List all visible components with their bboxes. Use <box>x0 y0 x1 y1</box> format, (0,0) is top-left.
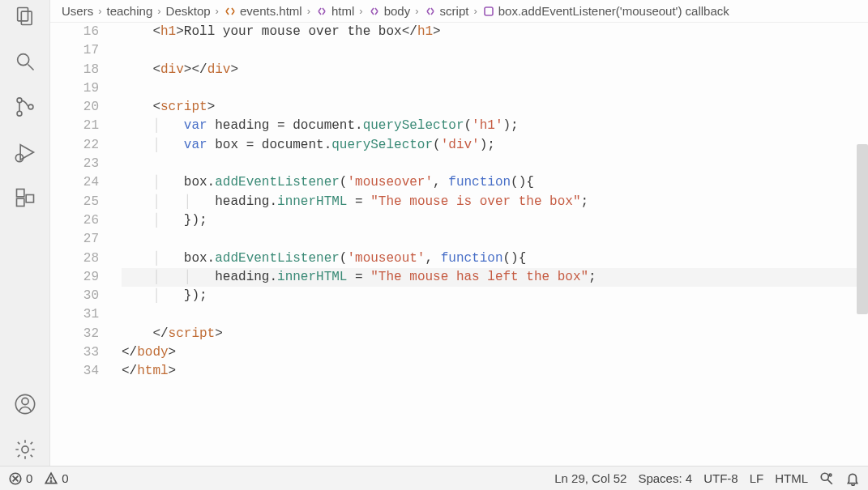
extensions-icon[interactable] <box>0 186 50 209</box>
crumb-body[interactable]: body <box>368 4 411 18</box>
crumb-label: box.addEventListener('mouseout') callbac… <box>498 4 729 18</box>
line-number: 19 <box>50 79 99 98</box>
crumb-label: Desktop <box>166 4 211 18</box>
scrollbar-thumb[interactable] <box>857 144 868 314</box>
line-number: 16 <box>50 23 99 41</box>
crumb-teaching[interactable]: teaching <box>107 4 153 18</box>
svg-rect-15 <box>485 7 493 15</box>
svg-rect-9 <box>16 190 24 197</box>
symbol-method-icon <box>482 5 495 18</box>
svg-point-2 <box>17 54 28 66</box>
svg-point-23 <box>829 474 832 476</box>
status-encoding[interactable]: UTF-8 <box>703 471 738 485</box>
line-number: 24 <box>50 173 99 192</box>
svg-rect-10 <box>16 198 24 206</box>
explorer-icon[interactable] <box>0 5 50 28</box>
run-debug-icon[interactable] <box>0 141 50 164</box>
crumb-users[interactable]: Users <box>62 4 93 18</box>
line-number: 23 <box>50 155 99 173</box>
line-number: 18 <box>50 61 99 79</box>
line-number: 34 <box>50 362 99 381</box>
html-file-icon <box>224 5 237 18</box>
svg-line-3 <box>28 65 33 70</box>
symbol-icon <box>315 5 328 18</box>
crumb-label: html <box>331 4 354 18</box>
status-eol[interactable]: LF <box>750 471 764 485</box>
svg-point-22 <box>821 473 828 480</box>
symbol-icon <box>368 5 381 18</box>
crumb-label: body <box>384 4 411 18</box>
search-icon[interactable] <box>0 50 50 73</box>
chevron-right-icon: › <box>157 5 160 17</box>
breadcrumb[interactable]: Users › teaching › Desktop › events.html… <box>50 0 868 23</box>
chevron-right-icon: › <box>98 5 101 17</box>
status-feedback-icon[interactable] <box>819 471 834 486</box>
line-number: 21 <box>50 117 99 135</box>
line-number: 29 <box>50 268 99 287</box>
symbol-icon <box>424 5 437 18</box>
status-notifications-icon[interactable] <box>845 471 860 486</box>
crumb-desktop[interactable]: Desktop <box>166 4 211 18</box>
chevron-right-icon: › <box>473 5 477 17</box>
source-control-icon[interactable] <box>0 96 50 118</box>
line-number-gutter: 16 17 18 19 20 21 22 23 24 25 26 27 28 2… <box>50 23 113 466</box>
chevron-right-icon: › <box>216 5 219 17</box>
crumb-callback[interactable]: box.addEventListener('mouseout') callbac… <box>482 4 729 18</box>
line-number: 17 <box>50 41 99 60</box>
line-number: 33 <box>50 343 99 362</box>
status-error-count: 0 <box>26 471 32 485</box>
crumb-label: teaching <box>107 4 153 18</box>
svg-point-13 <box>21 398 28 404</box>
line-number: 26 <box>50 211 99 230</box>
chevron-right-icon: › <box>359 5 362 17</box>
line-number: 27 <box>50 230 99 249</box>
svg-point-6 <box>28 104 33 109</box>
svg-rect-11 <box>26 195 33 202</box>
status-language[interactable]: HTML <box>775 471 808 485</box>
status-errors[interactable]: 0 <box>8 471 32 486</box>
settings-gear-icon[interactable] <box>0 438 50 461</box>
warning-icon <box>44 471 58 486</box>
svg-point-4 <box>17 98 22 103</box>
crumb-html[interactable]: html <box>315 4 354 18</box>
line-number: 28 <box>50 249 99 268</box>
code-editor[interactable]: 16 17 18 19 20 21 22 23 24 25 26 27 28 2… <box>50 23 868 466</box>
accounts-icon[interactable] <box>0 393 50 415</box>
code-content[interactable]: <h1>Roll your mouse over the box</h1> <d… <box>113 23 868 466</box>
status-cursor[interactable]: Ln 29, Col 52 <box>554 471 626 485</box>
line-number: 20 <box>50 98 99 117</box>
status-warning-count: 0 <box>62 471 68 485</box>
status-indent[interactable]: Spaces: 4 <box>638 471 692 485</box>
status-bar: 0 0 Ln 29, Col 52 Spaces: 4 UTF-8 LF HTM… <box>0 466 868 490</box>
svg-point-8 <box>15 154 23 161</box>
line-number: 32 <box>50 325 99 343</box>
svg-rect-1 <box>21 11 32 24</box>
chevron-right-icon: › <box>307 5 310 17</box>
line-number: 30 <box>50 287 99 305</box>
line-number: 22 <box>50 136 99 155</box>
line-number: 31 <box>50 305 99 324</box>
crumb-label: script <box>440 4 469 18</box>
activity-bar <box>0 0 50 466</box>
svg-point-5 <box>17 111 22 116</box>
crumb-label: events.html <box>240 4 302 18</box>
crumb-file[interactable]: events.html <box>224 4 302 18</box>
chevron-right-icon: › <box>415 5 418 17</box>
line-number: 25 <box>50 193 99 211</box>
svg-marker-7 <box>20 145 33 160</box>
svg-point-14 <box>21 446 28 453</box>
crumb-label: Users <box>62 4 93 18</box>
error-icon <box>8 471 23 486</box>
status-warnings[interactable]: 0 <box>44 471 68 486</box>
svg-point-21 <box>51 480 52 481</box>
crumb-script[interactable]: script <box>424 4 469 18</box>
svg-rect-0 <box>17 8 28 21</box>
